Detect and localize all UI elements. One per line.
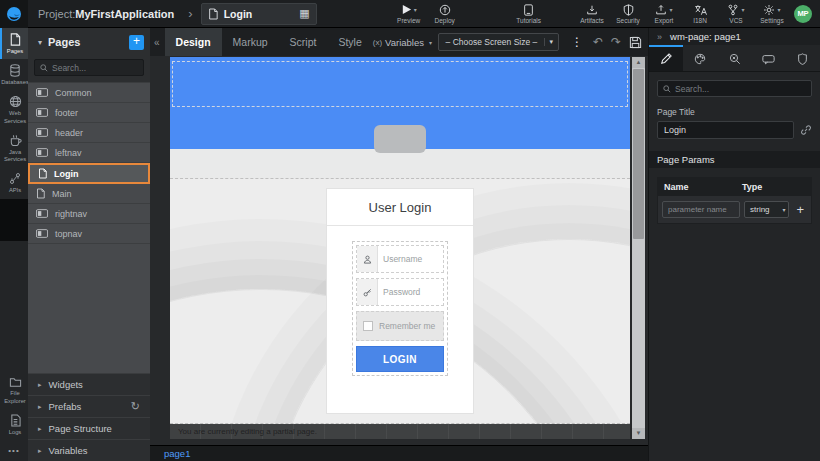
- wavemaker-logo-icon[interactable]: [0, 0, 28, 28]
- param-row: string ▾ +: [658, 196, 811, 223]
- properties-search-input[interactable]: [675, 84, 806, 94]
- tab-locate[interactable]: [717, 45, 751, 71]
- canvas-scrollbar[interactable]: ▲ ▼: [632, 57, 645, 439]
- screen-size-select[interactable]: – Choose Screen Size – ▾: [438, 33, 559, 51]
- security-button[interactable]: Security: [610, 0, 646, 28]
- partial-icon: [36, 128, 48, 137]
- page-item-footer[interactable]: footer: [28, 103, 150, 123]
- tab-style[interactable]: Style: [327, 28, 372, 56]
- name-column-header: Name: [658, 182, 692, 192]
- page-item-login[interactable]: Login: [28, 163, 150, 184]
- variables-menu[interactable]: (x) Variables ▾: [373, 37, 432, 48]
- bind-link-icon[interactable]: [800, 124, 812, 136]
- login-form[interactable]: Remember me LOGIN: [352, 241, 448, 376]
- section-variables[interactable]: ▸ Variables: [28, 439, 150, 461]
- page-item-rightnav[interactable]: rightnav: [28, 204, 150, 224]
- add-param-button[interactable]: +: [793, 202, 807, 217]
- rail-item-logs[interactable]: Logs: [0, 409, 28, 440]
- open-page-tab[interactable]: Login ▦: [201, 3, 317, 25]
- user-avatar[interactable]: MP: [794, 5, 812, 23]
- collapse-left-panel-icon[interactable]: «: [150, 37, 165, 48]
- deploy-button[interactable]: Deploy: [427, 0, 463, 28]
- tutorials-button[interactable]: Tutorials: [511, 0, 547, 28]
- properties-panel: » wm-page: page1 Page Title Page Params: [648, 28, 820, 461]
- page-title-label: Page Title: [657, 107, 812, 117]
- file-tabs-bar: page1: [150, 445, 648, 461]
- tab-script[interactable]: Script: [279, 28, 328, 56]
- grid-icon[interactable]: ▦: [299, 7, 309, 20]
- canvas-footer-block[interactable]: You are currently editing a partial page…: [170, 424, 630, 439]
- page-item-topnav[interactable]: topnav: [28, 224, 150, 244]
- canvas-subheader-block[interactable]: [170, 109, 630, 149]
- magnifier-x-icon: [729, 53, 741, 65]
- undo-button[interactable]: ↶: [589, 35, 607, 49]
- param-type-select[interactable]: string ▾: [744, 201, 789, 218]
- shield-outline-icon: [797, 53, 808, 65]
- export-button[interactable]: ▾ Export: [646, 0, 682, 28]
- tab-design[interactable]: Design: [165, 28, 222, 56]
- settings-button[interactable]: ▾ Settings: [754, 0, 790, 28]
- tab-markup[interactable]: Markup: [222, 28, 279, 56]
- logo-placeholder[interactable]: [374, 125, 426, 153]
- pages-search-input[interactable]: [52, 63, 138, 73]
- login-card[interactable]: User Login Remember me: [326, 188, 474, 414]
- more-options-icon[interactable]: •••: [0, 440, 28, 461]
- section-prefabs[interactable]: ▸ Prefabs ↻: [28, 395, 150, 417]
- page-canvas[interactable]: User Login Remember me: [170, 57, 630, 439]
- page-params-section[interactable]: Page Params: [649, 151, 820, 168]
- canvas-band[interactable]: [170, 149, 630, 179]
- password-row[interactable]: [356, 278, 444, 306]
- section-page-structure[interactable]: ▸ Page Structure: [28, 417, 150, 439]
- rail-item-java-services[interactable]: Java Services: [0, 129, 28, 167]
- scrollbar-thumb[interactable]: [633, 69, 644, 239]
- pencil-icon: [660, 53, 672, 65]
- remember-me-checkbox[interactable]: [363, 321, 373, 331]
- page-item-leftnav[interactable]: leftnav: [28, 143, 150, 163]
- tab-messages[interactable]: [752, 45, 786, 71]
- page-icon: [36, 188, 45, 199]
- page-item-header[interactable]: header: [28, 123, 150, 143]
- pages-search[interactable]: [34, 59, 144, 76]
- collapse-right-panel-icon[interactable]: »: [657, 32, 662, 42]
- page-item-common[interactable]: Common: [28, 83, 150, 103]
- canvas-header-block[interactable]: [170, 59, 630, 109]
- canvas-content[interactable]: User Login Remember me: [170, 179, 630, 424]
- param-name-input[interactable]: [662, 201, 740, 218]
- dropdown-caret-icon: ▾: [544, 38, 558, 46]
- username-input[interactable]: [378, 246, 443, 272]
- password-input[interactable]: [378, 279, 443, 305]
- pages-icon: [9, 33, 21, 46]
- vcs-button[interactable]: ▾ VCS: [718, 0, 754, 28]
- artifacts-button[interactable]: Artifacts: [574, 0, 610, 28]
- more-menu-icon[interactable]: ⋮: [565, 35, 589, 49]
- tab-outline[interactable]: [786, 45, 820, 71]
- database-icon: [9, 64, 21, 77]
- refresh-icon[interactable]: ↻: [131, 400, 140, 413]
- scroll-down-icon[interactable]: ▼: [632, 428, 645, 439]
- rail-item-file-explorer[interactable]: File Explorer: [0, 371, 28, 408]
- file-tab-page1[interactable]: page1: [150, 448, 204, 459]
- palette-icon: [694, 53, 706, 65]
- page-title-input[interactable]: [657, 121, 794, 139]
- rail-item-apis[interactable]: APIs: [0, 167, 28, 198]
- tab-styles[interactable]: [683, 45, 717, 71]
- section-widgets[interactable]: ▸ Widgets: [28, 373, 150, 395]
- page-item-main[interactable]: Main: [28, 184, 150, 204]
- tab-properties[interactable]: [649, 45, 683, 71]
- i18n-button[interactable]: I18N: [682, 0, 718, 28]
- scroll-up-icon[interactable]: ▲: [632, 57, 645, 68]
- rail-item-pages[interactable]: Pages: [0, 28, 28, 59]
- properties-search[interactable]: [657, 80, 812, 97]
- rail-item-databases[interactable]: Databases: [0, 59, 28, 90]
- rail-item-web-services[interactable]: Web Services: [0, 90, 28, 128]
- redo-button[interactable]: ↷: [607, 35, 625, 49]
- expand-triangle-icon: ▸: [38, 425, 42, 433]
- remember-me-row[interactable]: Remember me: [356, 311, 444, 341]
- preview-button[interactable]: ▾ Preview: [391, 0, 427, 28]
- login-button[interactable]: LOGIN: [356, 346, 444, 372]
- username-row[interactable]: [356, 245, 444, 273]
- coffee-cup-icon: [9, 134, 22, 147]
- add-page-button[interactable]: +: [129, 35, 144, 50]
- save-button[interactable]: [625, 36, 648, 49]
- collapse-triangle-icon[interactable]: ▾: [38, 38, 42, 47]
